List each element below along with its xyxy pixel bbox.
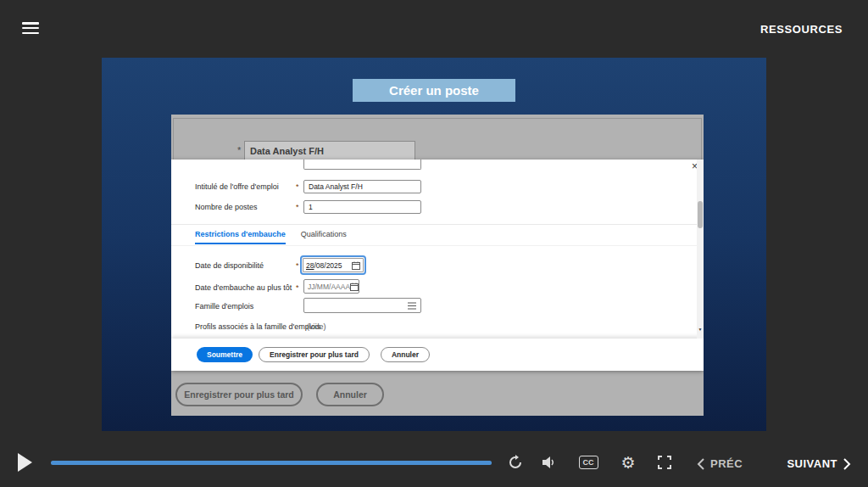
scrollbar-thumb[interactable]	[698, 201, 703, 228]
workday-screenshot: * Data Analyst F/H Enregistrer pour plus…	[171, 115, 704, 416]
earliest-hire-date-input[interactable]: JJ/MM/AAAA	[303, 279, 359, 294]
course-slide: Créer un poste * Data Analyst F/H Enregi…	[102, 58, 766, 431]
earliest-hire-date-label: Date d'embauche au plus tôt	[195, 283, 292, 292]
create-position-modal: × Intitulé de l'offre d'emploi * Data An…	[171, 160, 704, 371]
modal-scrollbar[interactable]: ▼	[697, 160, 704, 339]
scrollbar-down-icon[interactable]: ▼	[697, 327, 704, 332]
next-label: SUIVANT	[787, 457, 837, 470]
dimmed-save-button: Enregistrer pour plus tard	[175, 383, 303, 406]
save-for-later-button[interactable]: Enregistrer pour plus tard	[259, 347, 370, 362]
job-title-value: Data Analyst F/H	[309, 182, 363, 191]
chevron-left-icon	[697, 458, 704, 470]
cancel-button[interactable]: Annuler	[381, 347, 430, 362]
closed-captions-button[interactable]: CC	[577, 452, 599, 473]
prev-label: PRÉC	[710, 457, 743, 470]
availability-date-input[interactable]: 28/08/2025	[300, 255, 366, 275]
dimmed-cancel-button: Annuler	[316, 383, 384, 406]
progress-bar[interactable]	[51, 461, 492, 465]
hamburger-menu-icon[interactable]	[22, 22, 39, 34]
availability-date-value: 28/08/2025	[303, 258, 364, 272]
submit-button[interactable]: Soumettre	[197, 347, 253, 362]
date-text: 28/08/2025	[306, 261, 342, 270]
divider	[171, 224, 704, 225]
calendar-icon[interactable]	[352, 261, 360, 270]
required-asterisk: *	[296, 283, 299, 292]
next-button[interactable]: SUIVANT	[787, 457, 851, 470]
job-profiles-empty-value: (vide)	[307, 322, 326, 331]
slide-title-button[interactable]: Créer un poste	[353, 79, 515, 102]
prev-button[interactable]: PRÉC	[697, 457, 743, 470]
required-asterisk: *	[296, 182, 299, 191]
modal-footer: Soumettre Enregistrer pour plus tard Ann…	[171, 339, 704, 371]
volume-icon[interactable]	[538, 452, 560, 473]
tab-qualifications[interactable]: Qualifications	[301, 230, 347, 244]
job-family-label: Famille d'emplois	[195, 302, 253, 311]
modal-tabs: Restrictions d'embauche Qualifications	[195, 230, 347, 244]
required-asterisk: *	[296, 261, 299, 270]
job-profiles-label: Profils associés à la famille d'emplois	[195, 322, 320, 331]
positions-count-input[interactable]: 1	[303, 200, 421, 214]
settings-gear-icon[interactable]: ⚙	[617, 452, 639, 473]
required-asterisk: *	[296, 203, 299, 211]
resources-link[interactable]: RESSOURCES	[760, 23, 843, 36]
job-title-label: Intitulé de l'offre d'emploi	[195, 182, 279, 191]
play-button[interactable]	[18, 453, 32, 472]
earliest-hire-date-placeholder: JJ/MM/AAAA	[308, 283, 350, 291]
prompt-list-icon[interactable]	[408, 302, 416, 310]
date-rest: /08/2025	[314, 261, 342, 270]
tabs-underline	[171, 245, 704, 246]
dimmed-job-title-field: Data Analyst F/H	[244, 141, 415, 161]
fullscreen-icon[interactable]	[654, 452, 676, 473]
positions-count-value: 1	[309, 203, 313, 211]
cc-label: CC	[579, 456, 598, 469]
calendar-icon[interactable]	[350, 283, 359, 291]
tab-hiring-restrictions[interactable]: Restrictions d'embauche	[195, 230, 286, 244]
chevron-right-icon	[843, 458, 851, 470]
required-asterisk: *	[237, 145, 241, 155]
job-family-input[interactable]	[303, 298, 421, 313]
job-title-input[interactable]: Data Analyst F/H	[303, 180, 421, 193]
availability-date-label: Date de disponibilité	[195, 261, 264, 270]
clipped-scrolled-input	[303, 160, 421, 170]
course-player-window: RESSOURCES Créer un poste * Data Analyst…	[0, 0, 868, 487]
progress-fill	[51, 461, 492, 465]
replay-icon[interactable]	[504, 452, 526, 473]
positions-count-label: Nombre de postes	[195, 203, 258, 211]
